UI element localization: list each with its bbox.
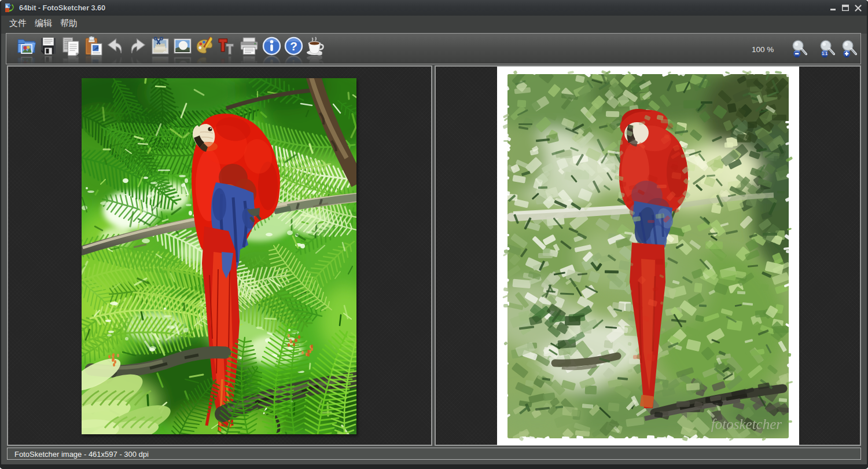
svg-text:1:1: 1:1 — [822, 52, 827, 56]
svg-text:fotosketcher: fotosketcher — [711, 416, 782, 432]
svg-text:?: ? — [290, 39, 297, 53]
